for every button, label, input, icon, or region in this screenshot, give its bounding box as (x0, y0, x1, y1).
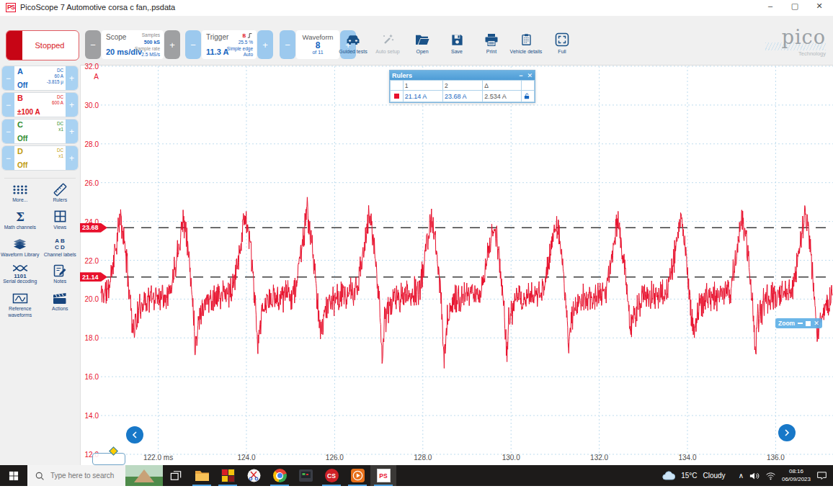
taskbar-app-task-view[interactable] (163, 465, 189, 486)
running-indicator (322, 485, 341, 487)
rulers-close-button[interactable]: ✕ (527, 72, 533, 79)
taskview-icon (170, 470, 182, 481)
chrome-icon (273, 469, 287, 482)
rulers-header-row: 1 2 Δ (391, 81, 535, 91)
running-indicator (192, 485, 211, 487)
rulers-popup-title: Rulers (392, 72, 412, 79)
snip-icon (247, 469, 261, 482)
taskbar-app-file-explorer[interactable] (189, 465, 215, 486)
ruler-value-1: 21.14 A (403, 91, 442, 102)
tiles-icon (221, 469, 235, 482)
channel-b-trace (101, 197, 833, 369)
taskbar-app-chrome[interactable] (267, 465, 293, 486)
clock[interactable]: 08:16 06/09/2023 (782, 468, 811, 483)
taskbar-app-picoscope[interactable]: PS (370, 465, 396, 486)
windows-icon (9, 471, 19, 481)
taskbar-app-media-player[interactable] (344, 465, 370, 486)
explorer-icon (195, 469, 210, 482)
zoom-overlay-label: Zoom (778, 320, 795, 327)
app-window: PS PicoScope 7 Automotive corsa c fan,.p… (0, 0, 833, 504)
search-highlight-image[interactable] (125, 465, 163, 486)
lock-icon (523, 92, 530, 100)
rulers-popup[interactable]: Rulers − ✕ 1 2 Δ 21.14 A 23.68 A 2.534 A (389, 70, 535, 103)
channel-b-swatch (394, 94, 399, 99)
photos-icon (299, 469, 313, 482)
speaker-icon[interactable] (749, 472, 760, 480)
rulers-values-row: 21.14 A 23.68 A 2.534 A (391, 91, 535, 102)
zoom-close-button[interactable]: ✕ (814, 320, 819, 327)
zoom-window-button[interactable] (806, 321, 811, 326)
cs-icon: CS (325, 469, 339, 482)
zoom-overlay[interactable]: Zoom ✕ (775, 318, 822, 328)
taskbar-app-photos[interactable] (293, 465, 318, 486)
running-indicator (218, 485, 237, 487)
play-icon (351, 469, 365, 482)
tray-date: 06/09/2023 (782, 476, 811, 483)
tray-chevron-icon[interactable]: ∧ (739, 472, 744, 480)
wifi-icon[interactable] (765, 472, 776, 480)
ruler-delta-value: 2.534 A (483, 91, 522, 102)
cloud-icon (662, 471, 675, 480)
chevron-right-icon (783, 429, 790, 436)
taskbar-app-camscanner[interactable]: CS (318, 465, 344, 486)
tray-time: 08:16 (782, 468, 811, 475)
running-indicator (270, 485, 289, 487)
search-input[interactable] (49, 471, 128, 480)
taskbar-search[interactable] (27, 465, 163, 486)
taskbar: CSPS 15°C Cloudy ∧ 08:16 06/09/2023 (0, 465, 833, 486)
zoom-minimize-button[interactable] (798, 323, 803, 324)
ps-icon: PS (377, 469, 391, 482)
rulers-popup-titlebar[interactable]: Rulers − ✕ (390, 71, 535, 80)
taskbar-app-tiles-app[interactable] (215, 465, 241, 486)
ruler-value-2: 23.68 A (442, 91, 482, 102)
start-button[interactable] (0, 465, 27, 486)
taskbar-app-snipping-tool[interactable] (241, 465, 267, 486)
scroll-left-button[interactable] (126, 426, 143, 444)
system-tray: 15°C Cloudy ∧ 08:16 06/09/2023 (662, 468, 833, 483)
scroll-right-button[interactable] (778, 424, 796, 441)
running-indicator (348, 485, 367, 487)
rulers-minimize-button[interactable]: − (519, 72, 522, 79)
overview-scroll-thumb[interactable] (92, 453, 125, 465)
notification-icon[interactable] (816, 471, 827, 480)
chevron-left-icon (131, 431, 138, 438)
running-indicator (374, 485, 393, 487)
search-icon (35, 471, 45, 481)
weather-temp[interactable]: 15°C (681, 472, 697, 480)
weather-desc[interactable]: Cloudy (703, 472, 725, 480)
